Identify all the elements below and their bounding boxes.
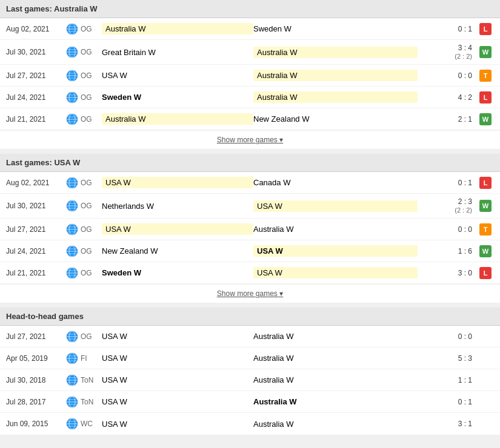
home-team: New Zealand W bbox=[102, 246, 253, 255]
show-more-button[interactable]: Show more games ▾ bbox=[0, 284, 500, 303]
game-date: Aug 02, 2021 bbox=[6, 179, 64, 187]
table-row: Jul 27, 2021 OGUSA WAustralia W0 : 0T bbox=[0, 65, 500, 87]
result-badge: L bbox=[477, 267, 494, 279]
table-row: Jul 24, 2021 OGSweden WAustralia W4 : 2L bbox=[0, 87, 500, 108]
competition-label: ToN bbox=[81, 398, 102, 406]
world-icon bbox=[64, 374, 81, 386]
table-row: Jun 09, 2015 WCUSA WAustralia W3 : 1 bbox=[0, 413, 500, 435]
table-row: Jul 30, 2018 ToNUSA WAustralia W1 : 1 bbox=[0, 369, 500, 391]
home-team: USA W bbox=[102, 397, 253, 406]
competition-label: OG bbox=[81, 202, 102, 210]
game-date: Jun 09, 2015 bbox=[6, 420, 64, 428]
game-date: Jul 30, 2021 bbox=[6, 202, 64, 210]
world-icon bbox=[64, 352, 81, 364]
home-team: USA W bbox=[102, 354, 253, 363]
result-badge: L bbox=[477, 23, 494, 35]
competition-label: ToN bbox=[81, 376, 102, 384]
game-score: 0 : 1 bbox=[418, 25, 472, 33]
game-score: 3 : 0 bbox=[418, 269, 472, 277]
section-australia: Last games: Australia WAug 02, 2021 OGAu… bbox=[0, 0, 500, 149]
game-score: 4 : 2 bbox=[418, 93, 472, 102]
show-more-link[interactable]: Show more games ▾ bbox=[217, 136, 283, 144]
competition-label: OG bbox=[81, 269, 102, 277]
game-score: 0 : 1 bbox=[418, 398, 472, 406]
competition-label: OG bbox=[81, 332, 102, 341]
game-date: Jul 30, 2018 bbox=[6, 376, 64, 384]
home-team: USA W bbox=[102, 332, 253, 341]
competition-label: OG bbox=[81, 225, 102, 234]
world-icon bbox=[64, 23, 81, 35]
away-team: Australia W bbox=[253, 70, 418, 81]
world-icon bbox=[64, 331, 81, 343]
competition-label: OG bbox=[81, 25, 102, 33]
home-team: USA W bbox=[102, 223, 253, 235]
result-badge: L bbox=[477, 91, 494, 104]
game-date: Jul 21, 2021 bbox=[6, 115, 64, 124]
table-row: Jul 28, 2017 ToNUSA WAustralia W0 : 1 bbox=[0, 391, 500, 413]
home-team: Netherlands W bbox=[102, 202, 253, 211]
game-date: Apr 05, 2019 bbox=[6, 354, 64, 363]
game-date: Jul 27, 2021 bbox=[6, 332, 64, 341]
game-date: Jul 27, 2021 bbox=[6, 71, 64, 80]
world-icon bbox=[64, 418, 81, 430]
game-score: 2 : 1 bbox=[418, 115, 472, 124]
table-row: Aug 02, 2021 OGUSA WCanada W0 : 1L bbox=[0, 172, 500, 194]
game-date: Aug 02, 2021 bbox=[6, 25, 64, 33]
game-score: 3 : 4(2 : 2) bbox=[418, 44, 472, 61]
result-badge: W bbox=[477, 113, 494, 125]
competition-label: OG bbox=[81, 48, 102, 56]
world-icon bbox=[64, 245, 81, 257]
away-team: USA W bbox=[253, 245, 418, 257]
table-row: Jul 21, 2021 OGSweden WUSA W3 : 0L bbox=[0, 262, 500, 284]
game-score: 0 : 0 bbox=[418, 225, 472, 234]
away-team: Australia W bbox=[253, 397, 418, 406]
table-row: Jul 24, 2021 OGNew Zealand WUSA W1 : 6W bbox=[0, 240, 500, 262]
world-icon bbox=[64, 70, 81, 82]
competition-label: OG bbox=[81, 71, 102, 80]
home-team: Great Britain W bbox=[102, 48, 253, 57]
home-team: Sweden W bbox=[102, 93, 253, 102]
game-score: 2 : 3(2 : 2) bbox=[418, 197, 472, 214]
table-row: Jul 30, 2021 OGGreat Britain WAustralia … bbox=[0, 40, 500, 65]
result-badge: W bbox=[477, 46, 494, 58]
competition-label: OG bbox=[81, 179, 102, 187]
table-row: Jul 27, 2021 OGUSA WAustralia W0 : 0T bbox=[0, 219, 500, 240]
game-date: Jul 28, 2017 bbox=[6, 398, 64, 406]
home-team: Sweden W bbox=[102, 268, 253, 277]
world-icon bbox=[64, 267, 81, 279]
world-icon bbox=[64, 396, 81, 408]
world-icon bbox=[64, 46, 81, 58]
result-badge: W bbox=[477, 245, 494, 257]
result-badge: T bbox=[477, 70, 494, 82]
section-header-usa: Last games: USA W bbox=[0, 154, 500, 172]
home-team: USA W bbox=[102, 420, 253, 429]
away-team: Australia W bbox=[253, 420, 418, 429]
world-icon bbox=[64, 200, 81, 212]
away-team: Australia W bbox=[253, 354, 418, 363]
game-date: Jul 27, 2021 bbox=[6, 225, 64, 234]
game-score: 1 : 1 bbox=[418, 376, 472, 384]
game-date: Jul 24, 2021 bbox=[6, 93, 64, 102]
table-row: Aug 02, 2021 OGAustralia WSweden W0 : 1L bbox=[0, 18, 500, 40]
show-more-button[interactable]: Show more games ▾ bbox=[0, 130, 500, 149]
away-team: New Zealand W bbox=[253, 114, 418, 124]
game-score: 0 : 0 bbox=[418, 332, 472, 341]
home-team: USA W bbox=[102, 375, 253, 384]
game-score: 0 : 0 bbox=[418, 71, 472, 80]
home-team: USA W bbox=[102, 71, 253, 80]
game-date: Jul 21, 2021 bbox=[6, 269, 64, 277]
away-team: Canada W bbox=[253, 178, 418, 187]
table-row: Jul 21, 2021 OGAustralia WNew Zealand W2… bbox=[0, 108, 500, 130]
game-score: 5 : 3 bbox=[418, 354, 472, 363]
home-team: USA W bbox=[102, 177, 253, 188]
world-icon bbox=[64, 177, 81, 189]
competition-label: WC bbox=[81, 420, 102, 428]
world-icon bbox=[64, 113, 81, 125]
table-row: Apr 05, 2019 FIUSA WAustralia W5 : 3 bbox=[0, 348, 500, 369]
away-team: USA W bbox=[253, 200, 418, 212]
game-score: 3 : 1 bbox=[418, 420, 472, 428]
world-icon bbox=[64, 91, 81, 104]
show-more-link[interactable]: Show more games ▾ bbox=[217, 289, 283, 298]
result-badge: W bbox=[477, 200, 494, 212]
away-team: Australia W bbox=[253, 375, 418, 384]
